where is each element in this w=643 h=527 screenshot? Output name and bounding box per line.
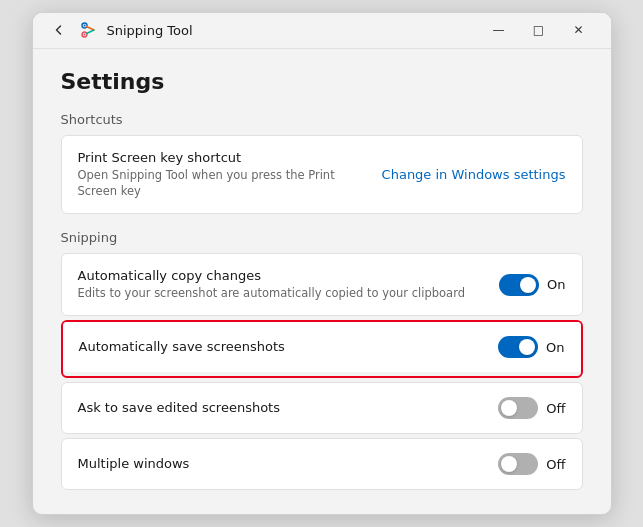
auto-copy-text: Automatically copy changes Edits to your… [78,268,500,301]
ask-save-card: Ask to save edited screenshots Off [61,382,583,434]
snipping-section-label: Snipping [61,230,583,245]
auto-save-row: Automatically save screenshots On [79,336,565,358]
ask-save-toggle-thumb [501,400,517,416]
ask-save-toggle[interactable] [498,397,538,419]
auto-copy-toggle-thumb [520,277,536,293]
ask-save-toggle-row: Off [498,397,565,419]
ask-save-row: Ask to save edited screenshots Off [78,397,566,419]
printscreen-card: Print Screen key shortcut Open Snipping … [61,135,583,214]
auto-save-toggle-thumb [519,339,535,355]
auto-save-toggle[interactable] [498,336,538,358]
ask-save-toggle-label: Off [546,401,565,416]
svg-line-3 [86,30,94,34]
auto-save-text: Automatically save screenshots [79,339,499,356]
ask-save-text: Ask to save edited screenshots [78,400,499,417]
multiple-windows-toggle[interactable] [498,453,538,475]
close-button[interactable]: ✕ [559,14,599,46]
window-controls: — □ ✕ [479,14,599,46]
auto-copy-row: Automatically copy changes Edits to your… [78,268,566,301]
printscreen-text-block: Print Screen key shortcut Open Snipping … [78,150,366,199]
multiple-windows-text: Multiple windows [78,456,499,473]
auto-save-toggle-row: On [498,336,564,358]
svg-line-2 [86,27,94,31]
multiple-windows-toggle-thumb [501,456,517,472]
svg-point-4 [83,34,85,36]
titlebar-title: Snipping Tool [107,23,479,38]
multiple-windows-toggle-label: Off [546,457,565,472]
multiple-windows-row: Multiple windows Off [78,453,566,475]
svg-point-5 [83,25,85,27]
settings-content: Settings Shortcuts Print Screen key shor… [33,49,611,514]
multiple-windows-card: Multiple windows Off [61,438,583,490]
auto-copy-toggle[interactable] [499,274,539,296]
snipping-section: Snipping Automatically copy changes Edit… [61,230,583,490]
page-title: Settings [61,69,583,94]
ask-save-title: Ask to save edited screenshots [78,400,499,415]
auto-save-toggle-label: On [546,340,564,355]
auto-copy-title: Automatically copy changes [78,268,500,283]
minimize-button[interactable]: — [479,14,519,46]
auto-save-card: Automatically save screenshots On [63,322,581,372]
auto-save-title: Automatically save screenshots [79,339,499,354]
app-window: Snipping Tool — □ ✕ Settings Shortcuts P… [32,12,612,515]
printscreen-card-row: Print Screen key shortcut Open Snipping … [78,150,566,199]
back-button[interactable] [45,16,73,44]
windows-settings-link[interactable]: Change in Windows settings [382,167,566,182]
maximize-button[interactable]: □ [519,14,559,46]
printscreen-title: Print Screen key shortcut [78,150,366,165]
printscreen-desc: Open Snipping Tool when you press the Pr… [78,167,366,199]
titlebar: Snipping Tool — □ ✕ [33,13,611,49]
multiple-windows-title: Multiple windows [78,456,499,471]
auto-save-card-highlight: Automatically save screenshots On [61,320,583,378]
app-icon [79,20,99,40]
auto-copy-desc: Edits to your screenshot are automatical… [78,285,500,301]
shortcuts-section-label: Shortcuts [61,112,583,127]
auto-copy-card: Automatically copy changes Edits to your… [61,253,583,316]
auto-copy-toggle-label: On [547,277,565,292]
multiple-windows-toggle-row: Off [498,453,565,475]
auto-copy-toggle-row: On [499,274,565,296]
